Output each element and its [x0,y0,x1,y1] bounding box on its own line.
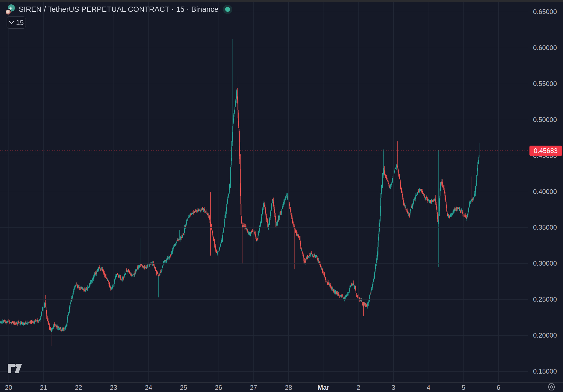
time-tick-label: 6 [497,384,500,391]
symbol-title[interactable]: SIREN / TetherUS PERPETUAL CONTRACT · 15… [19,5,219,14]
interval-dropdown[interactable]: 15 [7,16,26,29]
time-axis[interactable]: 202122232425262728Mar23456 [0,382,563,392]
vertical-gridline [393,2,394,382]
horizontal-gridline [0,48,528,48]
gear-icon [547,383,556,391]
time-tick-label: 22 [75,384,82,391]
vertical-gridline [463,2,464,382]
horizontal-gridline [0,335,528,336]
horizontal-gridline [0,120,528,120]
time-tick-label: 20 [5,384,12,391]
last-price-label: 0.45683 [529,146,562,156]
time-tick-label: 24 [145,384,152,391]
vertical-gridline [498,2,499,382]
time-tick-label: 2 [357,384,360,391]
horizontal-gridline [0,227,528,228]
vertical-gridline [358,2,359,382]
tether-coin-icon [5,9,11,15]
price-tick-label: 0.50000 [533,116,557,124]
price-tick-label: 0.35000 [533,224,557,231]
time-tick-label: 27 [250,384,257,391]
horizontal-gridline [0,299,528,300]
time-tick-label: 5 [462,384,465,391]
vertical-gridline [79,2,79,382]
time-tick-label: 4 [427,384,430,391]
horizontal-gridline [0,371,528,372]
horizontal-gridline [0,263,528,264]
time-tick-label: 21 [40,384,47,391]
chevron-down-icon [9,21,14,24]
price-tick-label: 0.40000 [533,188,557,196]
price-tick-label: 0.55000 [533,80,557,88]
symbol-pair-icon[interactable] [4,3,19,16]
window-top-edge [0,0,563,2]
vertical-gridline [43,2,44,382]
vertical-gridline [9,2,9,382]
price-tick-label: 0.60000 [533,44,557,52]
price-tick-label: 0.15000 [533,368,557,375]
price-tick-label: 0.65000 [533,8,557,16]
symbol-header: SIREN / TetherUS PERPETUAL CONTRACT · 15… [4,3,232,16]
vertical-gridline [429,2,429,382]
interval-label: 15 [16,19,24,27]
vertical-gridline [219,2,219,382]
price-axis[interactable]: 0.45683 0.650000.600000.550000.500000.45… [529,2,563,382]
tradingview-logo[interactable] [7,363,25,376]
time-tick-label: 28 [285,384,292,391]
price-tick-label: 0.25000 [533,296,557,303]
chart-settings-button[interactable] [547,382,556,391]
tradingview-chart-window: SIREN / TetherUS PERPETUAL CONTRACT · 15… [0,0,563,392]
time-tick-label: 3 [392,384,395,391]
vertical-gridline [253,2,254,382]
vertical-gridline [184,2,184,382]
vertical-gridline [148,2,149,382]
market-status-icon[interactable] [223,5,232,14]
horizontal-gridline [0,156,528,156]
horizontal-gridline [0,84,528,84]
price-tick-label: 0.30000 [533,260,557,267]
vertical-gridline [324,2,324,382]
time-tick-label: 25 [180,384,187,391]
market-status-dot [225,7,230,12]
horizontal-gridline [0,192,528,192]
last-price-line [0,151,528,151]
time-tick-label: 23 [110,384,117,391]
vertical-gridline [114,2,114,382]
vertical-gridline [288,2,289,382]
time-tick-label: 26 [215,384,222,391]
candlestick-canvas[interactable] [0,2,528,382]
price-tick-label: 0.20000 [533,332,557,339]
chart-plot-area[interactable] [0,2,528,382]
time-tick-label: Mar [318,384,329,391]
